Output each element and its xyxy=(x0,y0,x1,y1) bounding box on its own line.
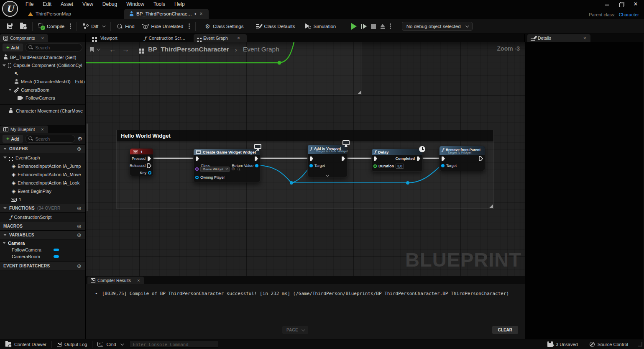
my-blueprint-search[interactable] xyxy=(25,135,75,143)
console-command-field[interactable] xyxy=(130,341,218,348)
graphs-section-header[interactable]: GRAPHS ⊕ xyxy=(0,144,85,153)
debug-object-select[interactable]: No debug object selected xyxy=(402,22,473,31)
close-icon[interactable]: × xyxy=(136,278,141,283)
close-icon[interactable]: × xyxy=(583,36,587,41)
pin-exec-in[interactable] xyxy=(441,156,445,161)
close-tab-icon[interactable]: × xyxy=(199,11,204,17)
tree-row-constructionscript[interactable]: ƒ ConstructionScript xyxy=(0,213,85,222)
tree-row-ia-look[interactable]: ◈ EnhancedInputAction IA_Look xyxy=(0,179,85,187)
close-icon[interactable]: × xyxy=(236,35,241,41)
frame-skip-icon[interactable] xyxy=(361,24,367,29)
eject-icon[interactable] xyxy=(380,24,386,29)
pin-owning-player[interactable]: Owning Player xyxy=(195,175,225,180)
reroute-node-blue[interactable] xyxy=(406,181,409,185)
menu-debug[interactable]: Debug xyxy=(98,0,122,8)
add-function-icon[interactable]: ⊕ xyxy=(77,205,82,211)
pin-exec-in[interactable] xyxy=(309,156,314,161)
close-icon[interactable]: × xyxy=(40,127,44,132)
variable-category-camera[interactable]: Camera xyxy=(0,239,85,246)
variable-followcamera[interactable]: FollowCamera xyxy=(0,246,85,253)
add-graph-icon[interactable]: ⊕ xyxy=(77,146,82,152)
node-header[interactable]: ƒ Add to Viewport Target is User Widget xyxy=(308,145,347,154)
tree-row-mesh[interactable]: Mesh (CharacterMesh0) Edit i xyxy=(0,78,85,86)
dispatchers-section-header[interactable]: EVENT DISPATCHERS ⊕ xyxy=(0,262,85,270)
event-graph-canvas[interactable]: ← → BP_ThirdPersonCharacter › Event Grap… xyxy=(86,42,525,276)
restore-icon[interactable] xyxy=(619,2,624,7)
tab-bp-thirdpersoncharacter[interactable]: BP_ThirdPersonCharac… • × xyxy=(124,9,209,19)
breadcrumb-root[interactable]: BP_ThirdPersonCharacter xyxy=(148,46,229,53)
node-header[interactable]: ƒ Remove from Parent Target is Widget xyxy=(440,146,485,155)
hide-unrelated-button[interactable]: Hide Unrelated xyxy=(139,22,187,31)
macros-section-header[interactable]: MACROS ⊕ xyxy=(0,222,85,231)
class-settings-button[interactable]: ⚙ Class Settings xyxy=(202,21,246,31)
node-input-key-1[interactable]: 1 Pressed Released Key xyxy=(130,148,153,176)
tab-my-blueprint[interactable]: My Blueprint × xyxy=(0,126,48,133)
pin-completed[interactable]: Completed xyxy=(395,156,421,161)
pin-class[interactable] xyxy=(195,167,199,172)
node-header[interactable]: 1 xyxy=(130,149,153,154)
tree-row-followcamera[interactable]: FollowCamera xyxy=(0,94,85,103)
expand-node-icon[interactable] xyxy=(326,173,329,177)
class-defaults-button[interactable]: Class Defaults xyxy=(253,21,298,31)
edit-in-link[interactable]: Edit i xyxy=(75,79,85,84)
components-search[interactable] xyxy=(25,44,82,51)
tab-construction-script[interactable]: ƒ Construction Scr… xyxy=(141,34,194,42)
tab-compiler-results[interactable]: Compiler Results × xyxy=(87,277,144,284)
parent-class-link[interactable]: Character xyxy=(619,12,639,17)
tree-row-cameraboom[interactable]: CameraBoom xyxy=(0,86,85,94)
collapse-arrow-icon[interactable] xyxy=(3,242,6,244)
tree-row-beginplay[interactable]: ◈ Event BeginPlay xyxy=(0,187,85,195)
expand-arrow-icon[interactable] xyxy=(3,157,7,159)
tree-row-ia-move[interactable]: ◈ EnhancedInputAction IA_Move xyxy=(0,170,85,179)
menu-asset[interactable]: Asset xyxy=(56,0,78,8)
tree-row-self[interactable]: BP_ThirdPersonCharacter (Self) xyxy=(0,53,85,62)
collapse-arrow-icon[interactable] xyxy=(3,234,7,236)
components-search-input[interactable] xyxy=(35,45,79,50)
menu-file[interactable]: File xyxy=(21,0,38,8)
node-add-to-viewport[interactable]: ƒ Add to Viewport Target is User Widget … xyxy=(307,144,348,177)
add-macro-icon[interactable]: ⊕ xyxy=(77,223,82,229)
browse-button[interactable] xyxy=(17,22,29,31)
node-remove-from-parent[interactable]: ƒ Remove from Parent Target is Widget Ta… xyxy=(439,146,485,171)
graph-scrollbar[interactable] xyxy=(87,123,88,211)
expand-arrow-icon[interactable] xyxy=(8,89,12,91)
content-drawer-button[interactable]: Content Drawer xyxy=(0,339,51,349)
find-button[interactable]: Find xyxy=(114,21,137,31)
compile-button[interactable]: ✓ Compile xyxy=(36,21,67,31)
pin-exec-in[interactable] xyxy=(195,156,199,161)
pin-target[interactable]: Target xyxy=(309,163,325,168)
node-delay[interactable]: ƒ Delay Completed Duration 3,0 xyxy=(371,149,423,172)
tree-row-arrow[interactable]: ↖ xyxy=(0,69,85,78)
close-icon[interactable]: × xyxy=(41,36,45,41)
bookmark-button[interactable] xyxy=(90,47,99,52)
tab-viewport[interactable]: Viewport xyxy=(87,34,141,42)
add-blueprint-item-button[interactable]: +Add xyxy=(3,135,23,143)
source-control-button[interactable]: Source Control xyxy=(585,339,633,349)
play-options-icon[interactable] xyxy=(390,23,391,30)
collapse-arrow-icon[interactable] xyxy=(3,207,7,209)
tree-row-eventgraph[interactable]: EventGraph xyxy=(0,153,85,162)
tree-row-key1[interactable]: 1 xyxy=(0,195,85,204)
my-blueprint-search-input[interactable] xyxy=(35,136,72,141)
stop-icon[interactable] xyxy=(371,24,376,29)
clear-button[interactable]: CLEAR xyxy=(492,326,518,334)
tab-components[interactable]: Components × xyxy=(0,34,48,42)
tab-thirdpersonmap[interactable]: ThirdPersonMap xyxy=(23,9,76,19)
tab-details[interactable]: Details × xyxy=(527,34,590,42)
menu-help[interactable]: Help xyxy=(170,0,189,8)
pin-key[interactable]: Key xyxy=(140,170,151,175)
nav-back-icon[interactable]: ← xyxy=(109,46,116,53)
pin-duration[interactable]: Duration 3,0 xyxy=(373,164,404,169)
pin-exec-out[interactable] xyxy=(254,156,258,161)
node-header[interactable]: Create Game Widget Widget xyxy=(194,149,260,155)
tree-row-charmovement[interactable]: Character Movement (CharMove xyxy=(0,107,85,115)
page-dropdown[interactable]: PAGE xyxy=(282,326,308,334)
reroute-node-blue[interactable] xyxy=(290,181,293,185)
nav-forward-icon[interactable]: → xyxy=(122,46,129,53)
add-dispatcher-icon[interactable]: ⊕ xyxy=(77,263,82,269)
compile-options-icon[interactable] xyxy=(70,23,71,30)
filter-gear-icon[interactable]: ⚙ xyxy=(77,136,82,142)
play-icon[interactable] xyxy=(351,23,357,30)
pin-target[interactable]: Target xyxy=(441,163,457,168)
hide-unrelated-options-icon[interactable] xyxy=(189,23,190,30)
